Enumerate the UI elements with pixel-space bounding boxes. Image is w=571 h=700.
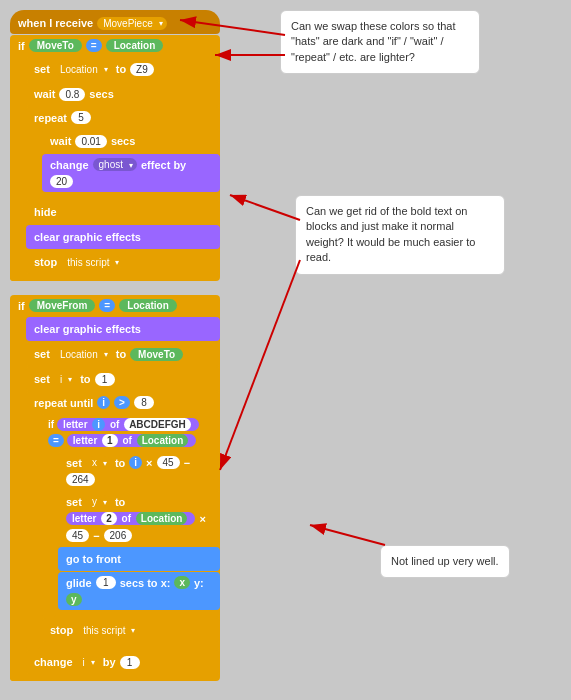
when-receive-label: when I receive (18, 17, 93, 29)
wait-0.8-block: wait 0.8 secs (26, 82, 220, 106)
hide-block: hide (26, 200, 220, 224)
one4-val[interactable]: 1 (120, 656, 140, 669)
change-i-block: change i by 1 (26, 650, 220, 674)
if1-label: if (18, 40, 25, 52)
movefrom-pill: MoveFrom (29, 299, 96, 312)
svg-line-2 (230, 195, 300, 220)
i2-pill: i (97, 396, 110, 409)
location2-pill: Location (119, 299, 177, 312)
stop-script-1: stop this script (26, 250, 220, 274)
repeat-val[interactable]: 5 (71, 111, 91, 124)
moveto-pill: MoveTo (29, 39, 82, 52)
z9-input[interactable]: Z9 (130, 63, 154, 76)
one2-val[interactable]: 1 (102, 434, 118, 447)
val206-val[interactable]: 206 (104, 529, 133, 542)
callout-bottom: Not lined up very well. (380, 545, 510, 578)
clear-effects-2: clear graphic effects (26, 317, 220, 341)
val264-val[interactable]: 264 (66, 473, 95, 486)
two1-val[interactable]: 2 (101, 512, 117, 525)
movePiece-dropdown[interactable]: MovePiece (97, 17, 166, 30)
x1-dropdown[interactable]: x (86, 456, 111, 469)
one1-val[interactable]: 1 (95, 373, 115, 386)
equals3-label: = (48, 434, 64, 447)
gt-label: > (114, 396, 130, 409)
i1-dropdown[interactable]: i (54, 373, 76, 386)
callout-top: Can we swap these colors so that "hats" … (280, 10, 480, 74)
val45-1[interactable]: 45 (157, 456, 180, 469)
location6-pill: Location (136, 512, 188, 525)
stop1-dropdown[interactable]: this script (61, 256, 123, 269)
y3-pill: y (66, 593, 82, 606)
moveto2-pill: MoveTo (130, 348, 183, 361)
set-y-block: set y to letter 2 of Location (58, 491, 220, 546)
letter1-block: letter i of ABCDEFGH (57, 418, 199, 431)
equals1-label: = (86, 39, 102, 52)
set-location-moveto: set Location to MoveTo (26, 342, 220, 366)
i4-pill: i (129, 456, 142, 469)
y1-dropdown[interactable]: y (86, 495, 111, 508)
eight-val[interactable]: 8 (134, 396, 154, 409)
wait2-val[interactable]: 0.01 (75, 135, 106, 148)
letter3-block: letter 2 of Location (66, 512, 195, 525)
letter2-block: letter 1 of Location (67, 434, 196, 447)
go-to-front-block: go to front (58, 547, 220, 571)
wait-0.01-block: wait 0.01 secs (42, 129, 220, 153)
wait-val[interactable]: 0.8 (59, 88, 85, 101)
stop2-dropdown[interactable]: this script (77, 624, 139, 637)
x2-pill: x (174, 576, 190, 589)
location5-pill: Location (137, 434, 189, 447)
glide-block: glide 1 secs to x: x y: y (58, 572, 220, 610)
loc4-dropdown[interactable]: Location (54, 348, 112, 361)
set-i-1: set i to 1 (26, 367, 220, 391)
location1-pill: Location (106, 39, 164, 52)
set-location-block: set Location to Z9 (26, 57, 220, 81)
clear-effects-1: clear graphic effects (26, 225, 220, 249)
scratch-blocks-area: when I receive MovePiece if MoveTo = Loc… (10, 10, 220, 681)
i5-dropdown[interactable]: i (77, 656, 99, 669)
location-dropdown[interactable]: Location (54, 63, 112, 76)
abcdefgh-val[interactable]: ABCDEFGH (124, 418, 191, 431)
svg-line-4 (310, 525, 385, 545)
hat-block-when-receive: when I receive MovePiece (10, 10, 220, 34)
val45-2[interactable]: 45 (66, 529, 89, 542)
set-x-block: set x to i × 45 − 264 (58, 452, 220, 490)
one3-val[interactable]: 1 (96, 576, 116, 589)
stop-script-2: stop this script (42, 618, 220, 642)
equals2-label: = (99, 299, 115, 312)
change-ghost-block: change ghost effect by 20 (42, 154, 220, 192)
svg-line-3 (220, 260, 300, 470)
i3-pill: i (92, 418, 105, 431)
callout-middle: Can we get rid of the bold text on block… (295, 195, 505, 275)
effect-val[interactable]: 20 (50, 175, 73, 188)
ghost-dropdown[interactable]: ghost (93, 158, 137, 171)
